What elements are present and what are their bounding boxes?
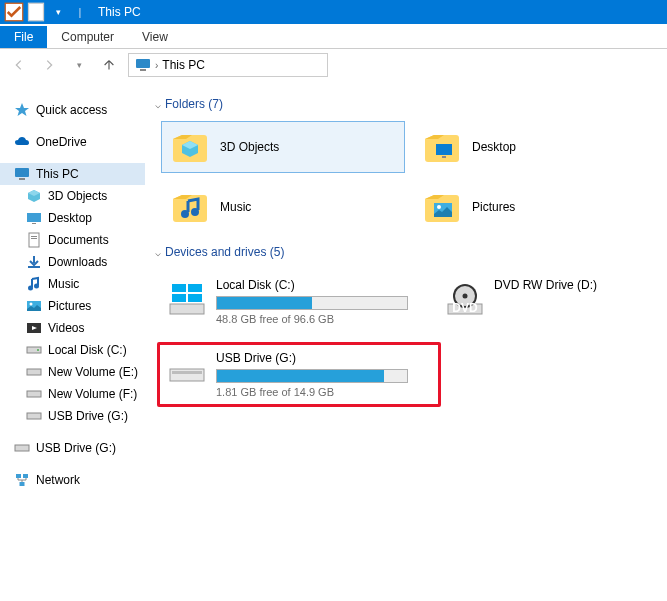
sidebar-label: New Volume (F:)	[48, 387, 137, 401]
folder-item-pictures[interactable]: Pictures	[413, 181, 657, 233]
svg-point-13	[34, 284, 39, 289]
picture-icon	[26, 298, 42, 314]
content-pane: ⌵ Folders (7) 3D Objects Desktop Music P…	[145, 81, 667, 601]
sidebar-usb-drive-root[interactable]: USB Drive (G:)	[0, 437, 145, 459]
svg-rect-3	[140, 69, 146, 71]
folder-pictures-icon	[422, 187, 462, 227]
folder-music-icon	[170, 187, 210, 227]
breadcrumb-location: This PC	[162, 58, 205, 72]
chevron-right-icon: ›	[155, 60, 158, 71]
sidebar-label: USB Drive (G:)	[48, 409, 128, 423]
music-icon	[26, 276, 42, 292]
folder-item-music[interactable]: Music	[161, 181, 405, 233]
nav-back-button[interactable]	[8, 54, 30, 76]
sidebar-label: OneDrive	[36, 135, 87, 149]
sidebar-label: Desktop	[48, 211, 92, 225]
sidebar-item-downloads[interactable]: Downloads	[0, 251, 145, 273]
chevron-down-icon: ⌵	[155, 247, 161, 258]
drive-icon	[26, 342, 42, 358]
tab-file[interactable]: File	[0, 26, 47, 48]
tab-computer[interactable]: Computer	[47, 26, 128, 48]
sidebar-item-new-volume-e[interactable]: New Volume (E:)	[0, 361, 145, 383]
drive-item-usb-g[interactable]: USB Drive (G:) 1.81 GB free of 14.9 GB	[157, 342, 441, 407]
qat-separator-icon: |	[70, 2, 90, 22]
folder-desktop-icon	[422, 127, 462, 167]
qat-doc-icon[interactable]	[26, 2, 46, 22]
svg-rect-5	[19, 178, 25, 180]
svg-rect-34	[188, 284, 202, 292]
svg-rect-7	[32, 223, 36, 224]
svg-rect-20	[27, 391, 41, 397]
sidebar-this-pc[interactable]: This PC	[0, 163, 145, 185]
usb-icon	[26, 408, 42, 424]
sidebar-item-documents[interactable]: Documents	[0, 229, 145, 251]
svg-rect-35	[172, 294, 186, 302]
group-header-label: Folders (7)	[165, 97, 223, 111]
sidebar-label: USB Drive (G:)	[36, 441, 116, 455]
nav-forward-button[interactable]	[38, 54, 60, 76]
svg-rect-33	[172, 284, 186, 292]
folder-label: Music	[220, 200, 251, 214]
window-title: This PC	[98, 5, 141, 19]
download-icon	[26, 254, 42, 270]
svg-rect-10	[31, 238, 37, 239]
sidebar-item-music[interactable]: Music	[0, 273, 145, 295]
svg-rect-4	[15, 168, 29, 177]
document-icon	[26, 232, 42, 248]
group-header-label: Devices and drives (5)	[165, 245, 284, 259]
sidebar-item-desktop[interactable]: Desktop	[0, 207, 145, 229]
svg-point-18	[37, 349, 39, 351]
sidebar-quick-access[interactable]: Quick access	[0, 99, 145, 121]
sidebar-label: Quick access	[36, 103, 107, 117]
sidebar-label: Documents	[48, 233, 109, 247]
svg-point-28	[181, 210, 189, 218]
group-header-drives[interactable]: ⌵ Devices and drives (5)	[155, 245, 659, 259]
sidebar-label: This PC	[36, 167, 79, 181]
tab-view[interactable]: View	[128, 26, 182, 48]
sidebar-item-usb-drive-g[interactable]: USB Drive (G:)	[0, 405, 145, 427]
dvd-drive-icon: DVD	[446, 282, 484, 320]
sidebar-item-3d-objects[interactable]: 3D Objects	[0, 185, 145, 207]
cloud-icon	[14, 134, 30, 150]
sidebar-onedrive[interactable]: OneDrive	[0, 131, 145, 153]
folder-item-3d-objects[interactable]: 3D Objects	[161, 121, 405, 173]
svg-rect-22	[15, 445, 29, 451]
svg-rect-6	[27, 213, 41, 222]
breadcrumb[interactable]: › This PC	[128, 53, 328, 77]
sidebar-item-videos[interactable]: Videos	[0, 317, 145, 339]
svg-point-15	[30, 303, 33, 306]
svg-rect-36	[188, 294, 202, 302]
svg-rect-8	[29, 233, 39, 247]
drive-name: DVD RW Drive (D:)	[494, 278, 644, 292]
svg-rect-1	[29, 3, 44, 21]
address-bar: ▾ › This PC	[0, 49, 667, 81]
usb-drive-icon	[168, 355, 206, 393]
group-header-folders[interactable]: ⌵ Folders (7)	[155, 97, 659, 111]
drive-item-dvd-rw-d[interactable]: DVD DVD RW Drive (D:)	[435, 269, 655, 334]
video-icon	[26, 320, 42, 336]
nav-up-button[interactable]	[98, 54, 120, 76]
qat-dropdown-icon[interactable]: ▾	[48, 2, 68, 22]
sidebar-label: New Volume (E:)	[48, 365, 138, 379]
svg-rect-21	[27, 413, 41, 419]
sidebar-label: Music	[48, 277, 79, 291]
folder-3d-icon	[170, 127, 210, 167]
svg-rect-26	[436, 144, 452, 155]
ribbon-tabs: File Computer View	[0, 24, 667, 49]
sidebar-item-new-volume-f[interactable]: New Volume (F:)	[0, 383, 145, 405]
qat-checkbox-icon[interactable]	[4, 2, 24, 22]
folder-item-desktop[interactable]: Desktop	[413, 121, 657, 173]
nav-recent-dropdown[interactable]: ▾	[68, 54, 90, 76]
drive-name: Local Disk (C:)	[216, 278, 416, 292]
svg-rect-25	[20, 482, 25, 486]
drive-icon	[26, 386, 42, 402]
drive-name: USB Drive (G:)	[216, 351, 430, 365]
sidebar-label: 3D Objects	[48, 189, 107, 203]
desktop-icon	[26, 210, 42, 226]
sidebar-item-local-disk-c[interactable]: Local Disk (C:)	[0, 339, 145, 361]
drive-item-local-disk-c[interactable]: Local Disk (C:) 48.8 GB free of 96.6 GB	[157, 269, 427, 334]
svg-text:DVD: DVD	[452, 301, 478, 315]
svg-point-29	[191, 208, 199, 216]
sidebar-network[interactable]: Network	[0, 469, 145, 491]
sidebar-item-pictures[interactable]: Pictures	[0, 295, 145, 317]
